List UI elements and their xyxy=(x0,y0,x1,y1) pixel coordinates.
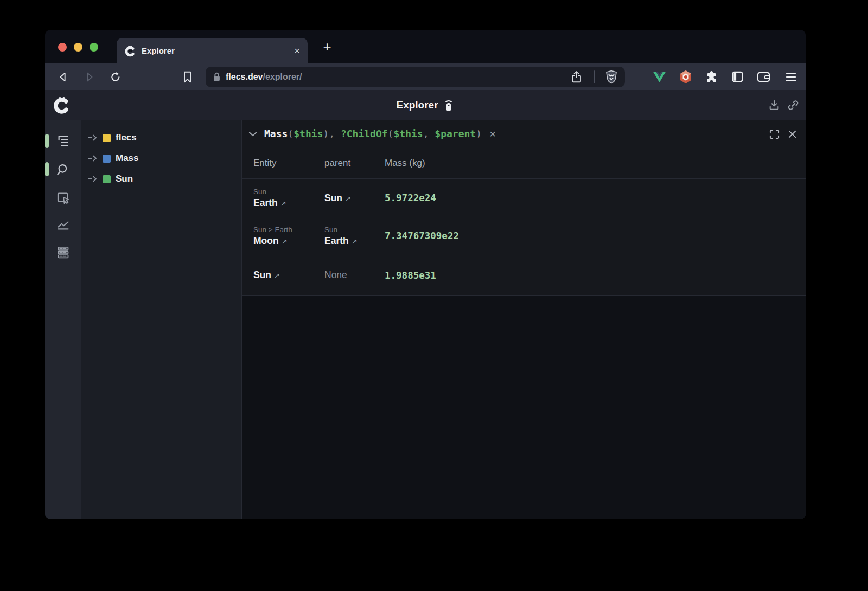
expand-arrow-icon[interactable] xyxy=(88,155,99,162)
entity-parent-path: Sun > Earth xyxy=(253,225,324,235)
query-panel: Mass($this), ?ChildOf($this, $parent) × … xyxy=(241,120,806,519)
tables-memory-icon[interactable] xyxy=(56,245,71,260)
remote-connection-icon[interactable] xyxy=(443,98,455,112)
hexagon-extension-icon[interactable] xyxy=(679,70,692,84)
component-color-swatch xyxy=(103,155,111,163)
tree-item-label: flecs xyxy=(116,132,137,143)
tab-title: Explorer xyxy=(142,46,294,55)
tree-item-label: Sun xyxy=(116,174,133,184)
traffic-lights xyxy=(58,43,98,52)
brave-shield-icon[interactable] xyxy=(605,70,618,84)
reload-button[interactable] xyxy=(110,71,122,83)
browser-toolbar: flecs.dev/explorer/ xyxy=(45,63,806,90)
wallet-icon[interactable] xyxy=(757,70,770,83)
page-title: Explorer xyxy=(396,99,438,111)
active-indicator xyxy=(45,134,49,148)
forward-button[interactable] xyxy=(84,71,95,83)
query-header: Mass($this), ?ChildOf($this, $parent) × xyxy=(242,120,806,147)
parent-link[interactable]: Sun↗ xyxy=(324,192,385,204)
chevron-down-icon[interactable] xyxy=(248,131,258,137)
mass-value: 1.9885e31 xyxy=(385,270,806,281)
clear-query-icon[interactable]: × xyxy=(489,128,496,139)
download-icon[interactable] xyxy=(768,99,780,111)
table-row: Sun > Earth Moon↗ Sun Earth↗ 7.34767309e… xyxy=(242,217,806,255)
entity-link[interactable]: Moon↗ xyxy=(253,235,324,247)
query-panel-empty-area xyxy=(242,296,806,519)
share-icon[interactable] xyxy=(571,70,582,83)
divider xyxy=(594,70,595,83)
external-link-icon: ↗ xyxy=(345,195,351,203)
entity-color-swatch xyxy=(103,175,111,183)
minimize-window-button[interactable] xyxy=(74,43,82,52)
mass-value: 5.9722e24 xyxy=(385,192,806,203)
back-button[interactable] xyxy=(57,71,69,83)
url-path: /explorer/ xyxy=(263,72,302,82)
flecs-logo-icon xyxy=(53,96,71,114)
maximize-window-button[interactable] xyxy=(90,43,98,52)
tree-view-icon[interactable] xyxy=(56,134,71,149)
column-header-entity: Entity xyxy=(253,158,324,169)
table-row: Sun Earth↗ Sun↗ 5.9722e24 xyxy=(242,179,806,217)
vue-devtools-extension-icon[interactable] xyxy=(653,71,666,83)
external-link-icon: ↗ xyxy=(280,200,286,208)
external-link-icon: ↗ xyxy=(282,237,288,246)
entity-tree-panel: flecs Mass Sun xyxy=(81,120,241,519)
column-header-mass: Mass (kg) xyxy=(385,158,806,169)
inspector-icon[interactable] xyxy=(56,190,71,205)
external-link-icon: ↗ xyxy=(352,237,358,246)
link-icon[interactable] xyxy=(787,99,799,111)
expand-arrow-icon[interactable] xyxy=(88,176,99,182)
search-icon[interactable] xyxy=(56,162,71,177)
stats-chart-icon[interactable] xyxy=(56,217,71,232)
left-icon-sidebar xyxy=(45,120,81,519)
menu-icon[interactable] xyxy=(785,72,797,82)
browser-tab-explorer[interactable]: Explorer × xyxy=(117,38,308,63)
entity-link[interactable]: Sun↗ xyxy=(253,269,324,281)
close-window-button[interactable] xyxy=(58,43,67,52)
entity-link[interactable]: Earth↗ xyxy=(253,197,324,209)
address-bar[interactable]: flecs.dev/explorer/ xyxy=(206,67,625,87)
tree-item-mass[interactable]: Mass xyxy=(81,148,241,169)
tree-item-label: Mass xyxy=(116,153,139,164)
tree-item-sun[interactable]: Sun xyxy=(81,169,241,189)
url-host: flecs.dev xyxy=(226,72,263,82)
results-table-header: Entity parent Mass (kg) xyxy=(242,147,806,179)
external-link-icon: ↗ xyxy=(274,272,280,280)
tab-close-icon[interactable]: × xyxy=(294,46,300,56)
mass-value: 7.34767309e22 xyxy=(385,230,806,241)
expand-arrow-icon[interactable] xyxy=(88,134,99,141)
lock-icon xyxy=(213,72,221,82)
browser-window: Explorer × + fle xyxy=(45,30,806,519)
fullscreen-icon[interactable] xyxy=(769,129,780,139)
app-header: Explorer xyxy=(45,90,806,120)
tab-strip: Explorer × + xyxy=(45,30,806,63)
column-header-parent: parent xyxy=(324,158,385,169)
close-panel-icon[interactable] xyxy=(788,130,797,139)
extensions-puzzle-icon[interactable] xyxy=(705,70,718,83)
tree-item-flecs[interactable]: flecs xyxy=(81,127,241,148)
query-expression[interactable]: Mass($this), ?ChildOf($this, $parent) xyxy=(264,128,482,139)
table-row: Sun↗ None 1.9885e31 xyxy=(242,255,806,295)
module-color-swatch xyxy=(103,134,111,142)
active-indicator xyxy=(45,162,49,176)
favicon-flecs-logo xyxy=(124,45,136,57)
parent-path: Sun xyxy=(324,225,385,235)
parent-link[interactable]: Earth↗ xyxy=(324,235,385,247)
new-tab-button[interactable]: + xyxy=(319,38,335,55)
parent-none-value: None xyxy=(324,269,385,281)
entity-parent-path: Sun xyxy=(253,187,324,197)
sidebar-panel-icon[interactable] xyxy=(731,70,744,83)
bookmark-icon[interactable] xyxy=(182,71,193,83)
